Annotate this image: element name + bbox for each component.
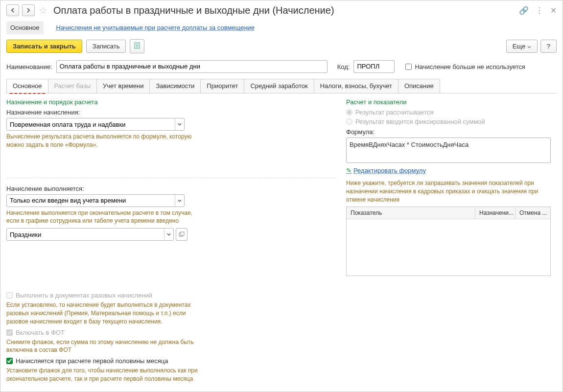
chevron-down-icon[interactable] bbox=[164, 229, 173, 240]
favorite-icon[interactable]: ☆ bbox=[38, 5, 48, 16]
kebab-icon[interactable]: ⋮ bbox=[536, 6, 543, 15]
tab-taxes[interactable]: Налоги, взносы, бухучет bbox=[314, 79, 399, 93]
code-input[interactable] bbox=[353, 60, 395, 73]
forward-button[interactable] bbox=[22, 4, 35, 16]
name-row: Наименование: Код: Начисление больше не … bbox=[0, 58, 563, 75]
page-title: Оплата работы в праздничные и выходные д… bbox=[53, 5, 334, 16]
link-icon[interactable]: 🔗 bbox=[519, 6, 529, 15]
nav-link[interactable]: Начисления не учитываемые при расчете до… bbox=[52, 21, 259, 34]
tab-base[interactable]: Расчет базы bbox=[48, 79, 97, 93]
name-input[interactable] bbox=[56, 60, 328, 73]
right-section-title: Расчет и показатели bbox=[346, 98, 557, 106]
tab-deps[interactable]: Зависимости bbox=[149, 79, 201, 93]
chevron-down-icon[interactable] bbox=[175, 195, 184, 207]
not-used-checkbox[interactable]: Начисление больше не используется bbox=[405, 63, 525, 70]
open-button[interactable] bbox=[176, 228, 188, 241]
tab-main[interactable]: Основное bbox=[6, 79, 48, 93]
edit-formula-link[interactable]: ✎ Редактировать формулу bbox=[346, 167, 557, 174]
tab-avg[interactable]: Средний заработок bbox=[244, 79, 314, 93]
tabs: Основное Расчет базы Учет времени Зависи… bbox=[0, 79, 563, 93]
cb-half-month[interactable]: Начисляется при расчете первой половины … bbox=[6, 357, 336, 365]
exec-type-select[interactable] bbox=[6, 228, 174, 241]
col-assign[interactable]: Назначени... bbox=[475, 207, 516, 219]
code-label: Код: bbox=[337, 63, 350, 70]
tab-priority[interactable]: Приоритет bbox=[200, 79, 244, 93]
toolbar: Записать и закрыть Записать Еще ? bbox=[0, 34, 563, 58]
grid-header: Показатель Назначени... Отмена ... bbox=[347, 207, 550, 219]
more-button[interactable]: Еще bbox=[506, 40, 538, 53]
chevron-down-icon[interactable] bbox=[175, 118, 184, 130]
content: Назначение и порядок расчета Назначение … bbox=[0, 93, 563, 383]
col-indicator[interactable]: Показатель bbox=[347, 207, 475, 219]
not-used-check[interactable] bbox=[405, 64, 412, 70]
close-icon[interactable]: ✕ bbox=[550, 6, 557, 15]
col-cancel[interactable]: Отмена ... bbox=[516, 207, 550, 219]
right-column: Расчет и показатели Результат рассчитыва… bbox=[346, 98, 557, 383]
pencil-icon: ✎ bbox=[346, 167, 352, 174]
help-button[interactable]: ? bbox=[540, 40, 557, 53]
report-button[interactable] bbox=[130, 39, 144, 53]
purpose-label: Назначение начисления: bbox=[6, 109, 336, 116]
exec-select[interactable] bbox=[6, 194, 185, 207]
nav-main[interactable]: Основное bbox=[6, 21, 44, 34]
tab-desc[interactable]: Описание bbox=[398, 79, 440, 93]
formula-label: Формула: bbox=[346, 128, 557, 136]
section-nav: Основное Начисления не учитываемые при р… bbox=[0, 19, 563, 34]
radio-calc: Результат рассчитывается bbox=[346, 109, 557, 116]
cb3-hint: Установите флажок для того, чтобы начисл… bbox=[6, 367, 202, 383]
purpose-select[interactable] bbox=[6, 118, 185, 131]
save-close-button[interactable]: Записать и закрыть bbox=[6, 40, 82, 53]
exec-label: Начисление выполняется: bbox=[6, 185, 336, 192]
formula-box[interactable]: ВремяВДняхЧасах * СтоимостьДняЧаса bbox=[346, 138, 551, 163]
cb-once-docs: Выполнять в документах разовых начислени… bbox=[6, 292, 336, 299]
purpose-hint: Вычисление результата расчета выполняетс… bbox=[6, 133, 202, 149]
grid-hint: Ниже укажите, требуется ли запрашивать з… bbox=[346, 179, 552, 204]
save-button[interactable]: Записать bbox=[86, 40, 126, 53]
titlebar: ☆ Оплата работы в праздничные и выходные… bbox=[0, 0, 563, 19]
radio-fixed: Результат вводится фиксированной суммой bbox=[346, 118, 557, 125]
cb2-hint: Снимите флажок, если сумма по этому начи… bbox=[6, 338, 202, 355]
left-column: Назначение и порядок расчета Назначение … bbox=[6, 98, 336, 383]
left-section-title: Назначение и порядок расчета bbox=[6, 98, 336, 106]
exec-hint: Начисление выполняется при окончательном… bbox=[6, 209, 202, 226]
tab-time[interactable]: Учет времени bbox=[96, 79, 150, 93]
back-button[interactable] bbox=[6, 4, 19, 16]
svg-rect-5 bbox=[181, 232, 184, 235]
window: ☆ Оплата работы в праздничные и выходные… bbox=[0, 0, 563, 392]
indicators-grid[interactable]: Показатель Назначени... Отмена ... bbox=[346, 207, 551, 276]
name-label: Наименование: bbox=[6, 63, 52, 70]
cb-fot: Включать в ФОТ bbox=[6, 329, 336, 336]
cb1-hint: Если установлено, то начисление будет вы… bbox=[6, 301, 202, 325]
